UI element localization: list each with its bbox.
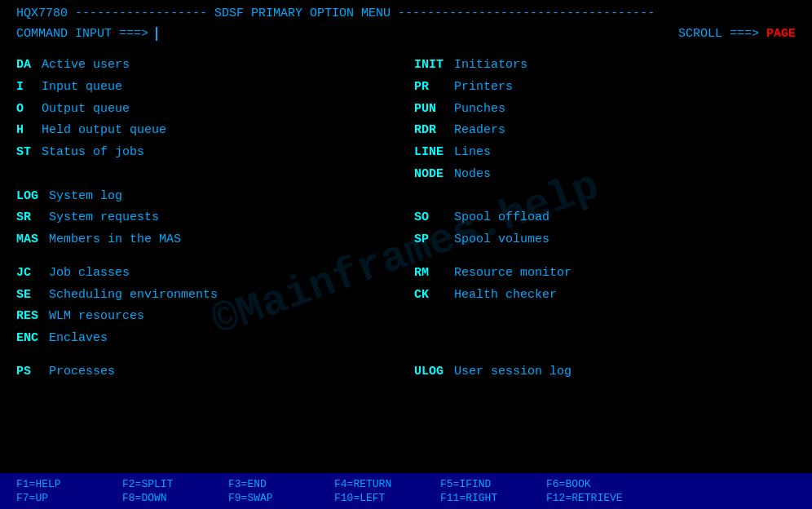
cmd-key[interactable]: SP	[414, 230, 429, 250]
cmd-key[interactable]: INIT	[414, 55, 444, 76]
function-keys: F1=HELP F2=SPLIT F3=END F4=RETURN F5=IFI…	[0, 473, 812, 509]
cmd-key[interactable]: NODE	[414, 165, 444, 185]
menu-item-right-15: ULOG User session log	[414, 362, 796, 383]
menu-item-right-1: PR Printers	[414, 77, 796, 98]
cmd-desc: Lines	[447, 143, 491, 163]
menu-item-left-12: RES WLM resources	[16, 307, 398, 327]
fkey-F7=UP[interactable]: F7=UP	[16, 492, 122, 504]
fkey-F10=LEFT[interactable]: F10=LEFT	[334, 492, 440, 504]
cmd-desc: Health checker	[432, 285, 557, 306]
menu-item-right-8: SP Spool volumes	[414, 230, 796, 250]
fkey-row: F1=HELP F2=SPLIT F3=END F4=RETURN F5=IFI…	[16, 478, 796, 490]
menu-grid: DA Active usersINIT InitiatorsI Input qu…	[16, 55, 796, 383]
cmd-desc: Scheduling environments	[34, 285, 218, 306]
cmd-desc: System requests	[34, 208, 159, 228]
cmd-desc: Punches	[439, 100, 505, 120]
cmd-key[interactable]: JC	[16, 263, 31, 284]
cmd-desc: Input queue	[27, 77, 122, 98]
menu-item-left-2: O Output queue	[16, 100, 398, 120]
menu-item-left-4: ST Status of jobs	[16, 143, 398, 163]
menu-item-left-14	[16, 351, 398, 361]
cmd-key[interactable]: ST	[16, 143, 31, 163]
command-label: COMMAND INPUT ===>	[16, 27, 156, 41]
fkey-F2=SPLIT[interactable]: F2=SPLIT	[122, 478, 228, 490]
cmd-desc: Initiators	[447, 55, 527, 76]
screen: HQX7780 ------------------ SDSF PRIMARY …	[0, 0, 812, 509]
cmd-key[interactable]: LOG	[16, 187, 38, 207]
menu-item-left-3: H Held output queue	[16, 121, 398, 141]
menu-item-right-11: CK Health checker	[414, 285, 796, 306]
fkey-F11=RIGHT[interactable]: F11=RIGHT	[440, 492, 546, 504]
cmd-desc: Output queue	[27, 100, 130, 120]
cmd-desc: Enclaves	[42, 329, 108, 349]
cmd-key[interactable]: ULOG	[414, 362, 444, 383]
cmd-key[interactable]: O	[16, 100, 24, 120]
fkey-F4=RETURN[interactable]: F4=RETURN	[334, 478, 440, 490]
fkey-F1=HELP[interactable]: F1=HELP	[16, 478, 122, 490]
menu-item-left-8: MAS Members in the MAS	[16, 230, 398, 250]
cmd-key[interactable]: PS	[16, 362, 31, 383]
menu-item-right-9	[414, 252, 796, 262]
menu-item-left-13: ENC Enclaves	[16, 329, 398, 349]
cmd-desc: Members in the MAS	[42, 230, 181, 250]
cmd-key[interactable]: SR	[16, 208, 31, 228]
cmd-key[interactable]: CK	[414, 285, 429, 306]
cmd-desc: Status of jobs	[34, 143, 144, 163]
cmd-key[interactable]: PR	[414, 77, 429, 98]
menu-item-right-10: RM Resource monitor	[414, 263, 796, 284]
cmd-desc: Printers	[432, 77, 513, 98]
cmd-desc: Processes	[34, 362, 115, 383]
cmd-desc: Spool offload	[432, 208, 549, 228]
fkey-F9=SWAP[interactable]: F9=SWAP	[228, 492, 334, 504]
cmd-desc: System log	[42, 187, 122, 207]
cmd-key[interactable]: DA	[16, 55, 31, 76]
cmd-desc: WLM resources	[42, 307, 144, 327]
menu-item-left-6: LOG System log	[16, 187, 398, 207]
menu-item-right-7: SO Spool offload	[414, 208, 796, 228]
cmd-key[interactable]: H	[16, 121, 24, 141]
fkey-F8=DOWN[interactable]: F8=DOWN	[122, 492, 228, 504]
menu-item-left-7: SR System requests	[16, 208, 398, 228]
command-input[interactable]	[156, 27, 319, 41]
cmd-key[interactable]: I	[16, 77, 24, 98]
fkey-F3=END[interactable]: F3=END	[228, 478, 334, 490]
fkey-row: F7=UP F8=DOWN F9=SWAP F10=LEFT F11=RIGHT…	[16, 492, 796, 504]
cmd-key[interactable]: PUN	[414, 100, 436, 120]
fkey-F12=RETRIEVE[interactable]: F12=RETRIEVE	[546, 492, 652, 504]
title-bar: HQX7780 ------------------ SDSF PRIMARY …	[16, 7, 796, 20]
fkey-F6=BOOK[interactable]: F6=BOOK	[546, 478, 652, 490]
menu-item-left-15: PS Processes	[16, 362, 398, 383]
scroll-value: PAGE	[766, 27, 796, 41]
menu-item-right-0: INIT Initiators	[414, 55, 796, 76]
cmd-desc: User session log	[447, 362, 571, 383]
menu-item-right-5: NODE Nodes	[414, 165, 796, 185]
cmd-key[interactable]: RES	[16, 307, 38, 327]
command-bar: COMMAND INPUT ===> SCROLL ===> PAGE	[16, 27, 796, 41]
cmd-key[interactable]: SE	[16, 285, 31, 306]
menu-item-right-3: RDR Readers	[414, 121, 796, 141]
cmd-key[interactable]: RDR	[414, 121, 436, 141]
menu-item-right-12	[414, 307, 796, 316]
cmd-key[interactable]: LINE	[414, 143, 444, 163]
menu-item-left-5	[16, 165, 398, 175]
cmd-desc: Readers	[439, 121, 505, 141]
cmd-desc: Held output queue	[27, 121, 166, 141]
menu-item-left-0: DA Active users	[16, 55, 398, 76]
cmd-key[interactable]: MAS	[16, 230, 38, 250]
menu-item-left-9	[16, 252, 398, 262]
menu-item-right-14	[414, 351, 796, 361]
menu-item-right-13	[414, 329, 796, 339]
cmd-desc: Nodes	[447, 165, 491, 185]
cmd-key[interactable]: ENC	[16, 329, 38, 349]
menu-item-left-11: SE Scheduling environments	[16, 285, 398, 306]
menu-item-right-4: LINE Lines	[414, 143, 796, 163]
scroll-label: SCROLL ===>	[678, 27, 766, 41]
cmd-desc: Job classes	[34, 263, 130, 284]
fkey-F5=IFIND[interactable]: F5=IFIND	[440, 478, 546, 490]
menu-item-right-2: PUN Punches	[414, 100, 796, 120]
cmd-key[interactable]: RM	[414, 263, 429, 284]
cmd-key[interactable]: SO	[414, 208, 429, 228]
cmd-desc: Spool volumes	[432, 230, 549, 250]
cmd-desc: Resource monitor	[432, 263, 571, 284]
menu-item-right-6	[414, 187, 796, 197]
